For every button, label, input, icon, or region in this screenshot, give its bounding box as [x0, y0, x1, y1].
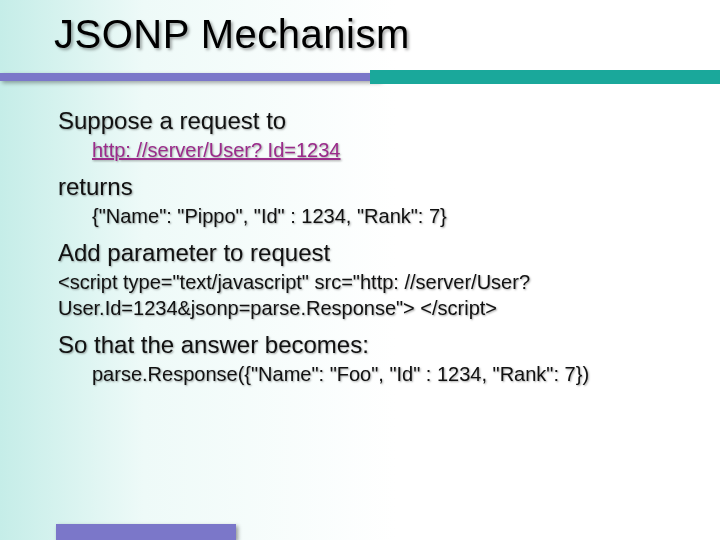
text-json1: {"Name": "Pippo", "Id" : 1234, "Rank": 7… [92, 203, 678, 229]
slide-title: JSONP Mechanism [0, 0, 720, 63]
text-url: http: //server/User? Id=1234 [92, 137, 678, 163]
bar-purple [0, 73, 380, 81]
text-returns: returns [58, 173, 678, 201]
bar-teal [370, 70, 720, 84]
text-json2: parse.Response({"Name": "Foo", "Id" : 12… [92, 361, 678, 387]
text-add-param: Add parameter to request [58, 239, 678, 267]
text-script-tag: <script type="text/javascript" src="http… [58, 269, 678, 321]
footer-bar [56, 524, 236, 540]
title-underline [0, 63, 720, 83]
slide-content: Suppose a request to http: //server/User… [0, 107, 720, 387]
text-suppose: Suppose a request to [58, 107, 678, 135]
text-so-that: So that the answer becomes: [58, 331, 678, 359]
